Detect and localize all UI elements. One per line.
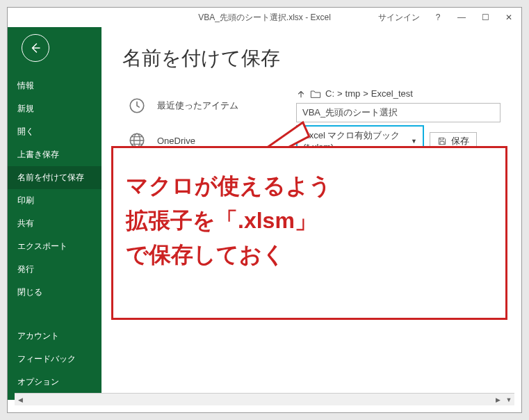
sidebar-item-saveas[interactable]: 名前を付けて保存 bbox=[8, 166, 101, 189]
sidebar-item-account[interactable]: アカウント bbox=[8, 325, 101, 348]
breadcrumb-part[interactable]: C: bbox=[325, 88, 334, 99]
breadcrumb-sep: > bbox=[363, 88, 368, 99]
sidebar-item-print[interactable]: 印刷 bbox=[8, 189, 101, 212]
save-icon bbox=[437, 136, 447, 146]
location-label: OneDrive bbox=[157, 136, 195, 146]
maximize-button[interactable]: ☐ bbox=[480, 12, 491, 23]
close-button[interactable]: ✕ bbox=[503, 12, 514, 23]
help-button[interactable]: ? bbox=[432, 12, 443, 23]
minimize-button[interactable]: — bbox=[456, 12, 467, 23]
sidebar-item-open[interactable]: 開く bbox=[8, 120, 101, 143]
arrow-left-icon bbox=[29, 42, 42, 54]
breadcrumb-sep: > bbox=[337, 88, 343, 99]
filename-input[interactable]: VBA_先頭のシート選択 bbox=[296, 103, 500, 122]
location-label: 最近使ったアイテム bbox=[157, 99, 238, 112]
breadcrumb-part[interactable]: Excel_test bbox=[371, 88, 413, 99]
title-bar: VBA_先頭のシート選択.xlsx - Excel サインイン ? — ☐ ✕ bbox=[8, 8, 521, 27]
scroll-right-button[interactable]: ▶ bbox=[492, 394, 503, 405]
sidebar-item-export[interactable]: エクスポート bbox=[8, 235, 101, 258]
backstage-sidebar: 情報 新規 開く 上書き保存 名前を付けて保存 印刷 共有 エクスポート 発行 … bbox=[8, 27, 101, 400]
annotation-callout: マクロが使えるよう 拡張子を「.xlsm」 で保存しておく bbox=[111, 146, 507, 320]
folder-icon bbox=[310, 89, 321, 99]
chevron-down-icon: ▼ bbox=[411, 138, 417, 145]
horizontal-scrollbar[interactable]: ◀ ▶ bbox=[15, 393, 503, 405]
callout-line: で保存しておく bbox=[126, 238, 493, 273]
scroll-track[interactable] bbox=[26, 395, 492, 405]
sidebar-item-options[interactable]: オプション bbox=[8, 371, 101, 394]
sidebar-item-info[interactable]: 情報 bbox=[8, 74, 101, 97]
sidebar-item-feedback[interactable]: フィードバック bbox=[8, 348, 101, 371]
signin-link[interactable]: サインイン bbox=[378, 12, 420, 24]
sidebar-item-save[interactable]: 上書き保存 bbox=[8, 143, 101, 166]
sidebar-item-publish[interactable]: 発行 bbox=[8, 258, 101, 281]
window-title: VBA_先頭のシート選択.xlsx - Excel bbox=[198, 12, 331, 24]
callout-line: マクロが使えるよう bbox=[126, 169, 493, 204]
clock-icon bbox=[127, 95, 147, 116]
sidebar-item-close[interactable]: 閉じる bbox=[8, 281, 101, 304]
location-recent[interactable]: 最近使ったアイテム bbox=[122, 88, 275, 123]
back-button[interactable] bbox=[22, 34, 49, 62]
scroll-down-button[interactable]: ▼ bbox=[503, 393, 514, 405]
page-title: 名前を付けて保存 bbox=[122, 45, 500, 72]
callout-line: 拡張子を「.xlsm」 bbox=[126, 204, 493, 239]
sidebar-item-new[interactable]: 新規 bbox=[8, 97, 101, 120]
up-folder-button[interactable] bbox=[296, 89, 306, 99]
scroll-left-button[interactable]: ◀ bbox=[15, 394, 26, 405]
save-label: 保存 bbox=[451, 135, 469, 147]
sidebar-item-share[interactable]: 共有 bbox=[8, 212, 101, 235]
breadcrumb-part[interactable]: tmp bbox=[345, 88, 361, 99]
breadcrumb: C: > tmp > Excel_test bbox=[325, 88, 413, 99]
